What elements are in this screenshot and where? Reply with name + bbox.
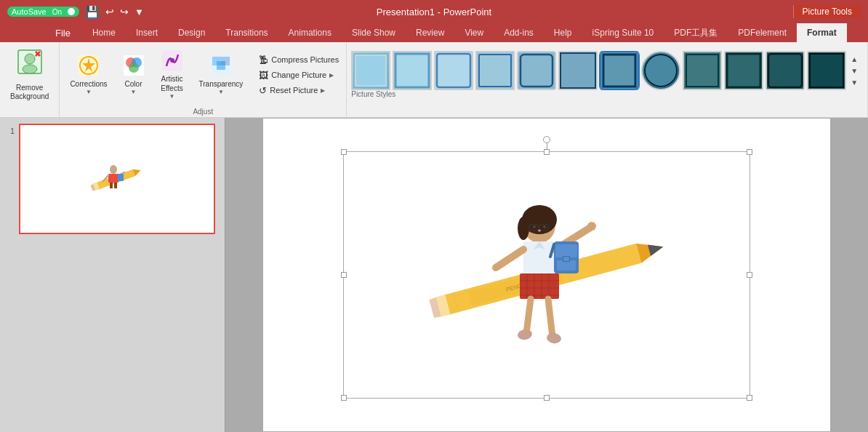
- style-swatch-11[interactable]: [765, 51, 805, 90]
- reset-picture-button[interactable]: ↺ Reset Picture ▶: [256, 84, 342, 97]
- canvas-area: PENCIL: [225, 118, 868, 432]
- artistic-effects-icon: [161, 49, 184, 74]
- style-swatch-7[interactable]: [600, 51, 639, 90]
- tab-slide-show[interactable]: Slide Show: [342, 23, 406, 42]
- undo-icon[interactable]: ↩: [105, 6, 114, 17]
- svg-line-85: [526, 299, 531, 333]
- transparency-label: Transparency: [199, 79, 244, 89]
- thumbnail-image: [84, 159, 150, 199]
- transparency-icon: [209, 54, 233, 79]
- picture-tools-label: Picture Tools: [793, 5, 861, 18]
- style-swatch-9[interactable]: [683, 51, 722, 90]
- color-button[interactable]: Color ▼: [116, 48, 151, 102]
- picture-styles-scroll[interactable]: ▲ ▼ ▼: [849, 52, 859, 89]
- handle-bottom-left[interactable]: [341, 395, 347, 401]
- compress-pictures-button[interactable]: 🗜 Compress Pictures: [256, 53, 342, 67]
- handle-mid-left[interactable]: [341, 272, 347, 278]
- svg-rect-17: [221, 57, 230, 65]
- remove-bg-icon: [17, 49, 43, 81]
- scroll-more-arrow[interactable]: ▼: [851, 77, 858, 88]
- tab-home[interactable]: Home: [82, 23, 126, 42]
- tab-animations[interactable]: Animations: [278, 23, 342, 42]
- style-swatch-2[interactable]: [393, 51, 432, 90]
- picture-styles-label: Picture Styles: [351, 90, 863, 100]
- change-picture-icon: 🖼: [259, 70, 268, 81]
- artistic-effects-button[interactable]: ArtisticEffects ▼: [154, 48, 190, 102]
- svg-rect-38: [767, 52, 803, 89]
- style-swatch-3[interactable]: [434, 51, 473, 90]
- tab-ispring[interactable]: iSpring Suite 10: [582, 23, 664, 42]
- svg-marker-62: [648, 241, 664, 256]
- picture-frame[interactable]: PENCIL: [343, 151, 750, 399]
- rotate-handle[interactable]: [543, 136, 550, 143]
- color-icon: [122, 54, 145, 79]
- tab-transitions[interactable]: Transitions: [215, 23, 278, 42]
- tab-add-ins[interactable]: Add-ins: [494, 23, 544, 42]
- style-swatch-4[interactable]: [475, 51, 515, 90]
- change-picture-dropdown: ▶: [329, 72, 334, 79]
- tab-view[interactable]: View: [454, 23, 494, 42]
- customize-icon[interactable]: ▼: [134, 7, 144, 17]
- svg-line-82: [496, 249, 523, 268]
- svg-rect-47: [108, 174, 118, 183]
- slide-panel: 1: [0, 118, 225, 432]
- scroll-up-arrow[interactable]: ▲: [851, 54, 858, 65]
- tab-help[interactable]: Help: [544, 23, 582, 42]
- window-title: Presentation1 - PowerPoint: [377, 7, 491, 17]
- reset-picture-label: Reset Picture: [270, 86, 318, 95]
- redo-icon[interactable]: ↪: [120, 6, 129, 17]
- tab-format[interactable]: Format: [797, 23, 847, 42]
- svg-rect-52: [118, 174, 124, 181]
- handle-top-left[interactable]: [341, 149, 347, 155]
- change-picture-button[interactable]: 🖼 Change Picture ▶: [256, 68, 342, 82]
- svg-point-13: [170, 58, 174, 63]
- autosave-label: AutoSave: [12, 7, 47, 16]
- style-swatch-6[interactable]: [558, 51, 598, 90]
- remove-background-button[interactable]: RemoveBackground: [4, 48, 55, 102]
- color-label: Color: [125, 79, 142, 89]
- change-picture-label: Change Picture: [271, 71, 326, 79]
- right-buttons-stack: 🗜 Compress Pictures 🖼 Change Picture ▶ ↺…: [256, 48, 342, 102]
- handle-top-center[interactable]: [544, 149, 550, 155]
- transparency-button[interactable]: Transparency ▼: [193, 48, 249, 102]
- tab-pdf-tools[interactable]: PDF工具集: [664, 23, 728, 42]
- handle-bottom-center[interactable]: [544, 395, 550, 401]
- toggle-dot: [68, 8, 75, 15]
- scroll-down-arrow[interactable]: ▼: [851, 65, 858, 76]
- tab-design[interactable]: Design: [168, 23, 215, 42]
- tab-file[interactable]: File: [44, 23, 82, 42]
- save-icon[interactable]: 💾: [85, 5, 100, 19]
- style-swatch-12[interactable]: [807, 51, 846, 90]
- svg-rect-30: [601, 52, 638, 89]
- tab-review[interactable]: Review: [406, 23, 454, 42]
- handle-mid-right[interactable]: [747, 272, 752, 278]
- svg-point-67: [543, 225, 546, 228]
- tab-pdfelement[interactable]: PDFelement: [728, 23, 797, 42]
- svg-point-46: [110, 165, 117, 174]
- svg-rect-24: [477, 52, 513, 89]
- svg-point-1: [25, 54, 35, 64]
- corrections-button[interactable]: Corrections ▼: [64, 48, 113, 102]
- title-bar-left: AutoSave On 💾 ↩ ↪ ▼: [7, 5, 144, 19]
- style-swatch-1[interactable]: [351, 51, 390, 90]
- remove-bg-content: RemoveBackground: [4, 45, 55, 116]
- handle-top-right[interactable]: [747, 149, 752, 155]
- svg-point-87: [517, 328, 533, 340]
- compress-icon: 🗜: [259, 55, 268, 65]
- slide-thumbnail[interactable]: [19, 124, 215, 234]
- pencil-girl-image: PENCIL: [344, 152, 750, 398]
- style-swatch-10[interactable]: [724, 51, 763, 90]
- slide-thumb-container: 1: [4, 124, 220, 234]
- ribbon-group-remove-bg: RemoveBackground: [0, 42, 60, 117]
- svg-rect-26: [518, 52, 555, 89]
- transparency-dropdown: ▼: [218, 89, 224, 96]
- ribbon-tabs: File Home Insert Design Transitions Anim…: [0, 23, 868, 42]
- style-swatch-8[interactable]: [641, 51, 680, 90]
- svg-rect-20: [394, 52, 430, 89]
- ribbon-group-picture-styles: ▲ ▼ ▼ Picture Styles: [347, 42, 868, 117]
- tab-insert[interactable]: Insert: [126, 23, 168, 42]
- autosave-toggle[interactable]: AutoSave On: [7, 7, 79, 17]
- handle-bottom-right[interactable]: [747, 395, 752, 401]
- svg-rect-34: [684, 52, 720, 89]
- style-swatch-5[interactable]: [517, 51, 556, 90]
